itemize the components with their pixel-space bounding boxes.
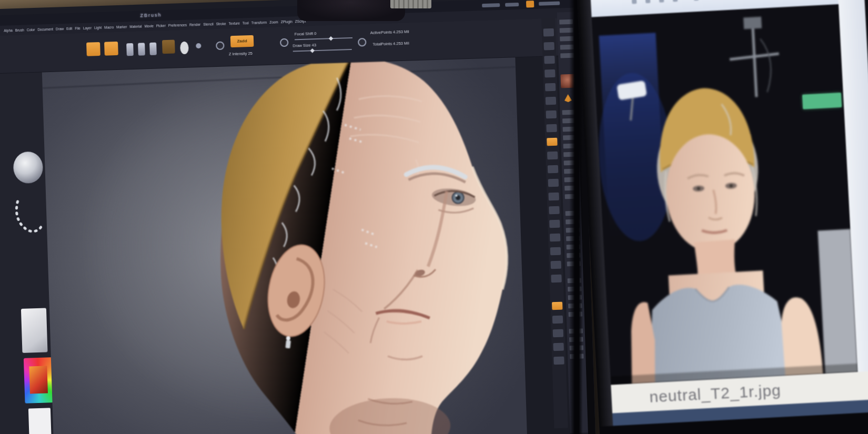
webcam-clamp [390,0,431,8]
shelf-button[interactable] [553,329,563,338]
shelf-button[interactable] [548,179,559,187]
right-monitor-reference: neutral_T2_1r.jpg [577,0,868,434]
shelf-button[interactable] [549,206,559,215]
points-counter-icon [358,38,366,46]
draw-size-slider-knob[interactable] [310,48,315,53]
scale-tool-icon[interactable] [149,43,157,55]
color-picker[interactable] [24,357,54,403]
shelf-button[interactable] [546,110,557,119]
alpha-thumbnail[interactable] [21,308,48,352]
draw-size-slider-label[interactable]: Draw Size 43 [292,43,316,48]
rotate-tool-button[interactable] [162,40,175,54]
titlebar-fragment [505,3,519,7]
shelf-button[interactable] [553,357,564,365]
shelf-button[interactable] [548,165,558,174]
total-points-counter: TotalPoints 4.253 Mil [372,41,409,47]
shelf-button[interactable] [548,193,559,201]
toolbar-button-icon[interactable] [645,0,650,3]
menu-item-preferences[interactable]: Preferences [168,23,187,27]
menu-item-material[interactable]: Material [129,24,142,28]
sculpt-head-elderly-woman [42,57,528,434]
lightbox-button[interactable] [86,42,100,56]
menu-item-light[interactable]: Light [94,26,102,29]
titlebar-orange-button[interactable] [526,1,534,7]
zbrush-title: ZBrush [140,12,162,18]
shelf-button[interactable] [553,343,563,351]
edit-mode-button[interactable] [104,42,118,56]
rgb-button[interactable] [196,43,201,48]
stroke-curve-icon[interactable] [12,197,45,237]
menu-item-tool[interactable]: Tool [243,21,249,25]
focal-shift-slider[interactable] [295,37,352,40]
z-intensity-slider-label[interactable]: Z Intensity 25 [229,51,253,56]
webcam [297,0,405,21]
draw-size-slider[interactable] [293,49,352,52]
shelf-button[interactable] [544,56,554,64]
shelf-button[interactable] [544,69,555,78]
current-color-swatch[interactable] [28,408,52,434]
shelf-button[interactable] [549,220,560,228]
toolbar-button-icon[interactable] [694,0,699,1]
shelf-button[interactable] [547,152,558,160]
menu-item-texture[interactable]: Texture [228,22,240,26]
menu-item-render[interactable]: Render [189,23,201,27]
focal-shift-knob-icon[interactable] [280,38,288,47]
toolbar-button-icon[interactable] [673,0,678,2]
menu-item-brush[interactable]: Brush [15,28,24,33]
shelf-button[interactable] [546,124,557,133]
menu-item-marker[interactable]: Marker [116,25,127,29]
shelf-button[interactable] [550,234,560,242]
menu-item-draw[interactable]: Draw [56,27,64,31]
menu-item-layer[interactable]: Layer [83,26,92,30]
menu-item-edit[interactable]: Edit [66,27,72,31]
shelf-button-active[interactable] [547,138,557,146]
brush-preview-sphere[interactable] [13,152,44,184]
menu-item-alpha[interactable]: Alpha [4,28,13,33]
shelf-button[interactable] [545,83,556,92]
menu-item-zoom[interactable]: Zoom [269,20,278,24]
shelf-button[interactable] [550,247,561,256]
menu-item-stencil[interactable]: Stencil [203,22,214,26]
left-monitor-zbrush: ZBrush Alpha Brush Color Document Draw E… [0,0,596,434]
menu-item-stroke[interactable]: Stroke [216,22,226,26]
filename-text: neutral_T2_1r.jpg [649,381,782,406]
reference-photo [592,4,858,385]
menu-item-macro[interactable]: Macro [104,25,114,29]
zintensity-knob-icon[interactable] [216,42,224,50]
move-tool-icon[interactable] [138,43,145,55]
color-picker-core[interactable] [29,366,48,393]
menu-item-transform[interactable]: Transform [251,21,267,25]
reference-photo-woman [592,4,858,385]
shelf-button[interactable] [543,42,554,51]
menu-item-file[interactable]: File [75,26,80,30]
toolbar-button-icon[interactable] [632,0,637,4]
titlebar-fragment [539,2,560,6]
shelf-button[interactable] [552,316,563,324]
menu-item-movie[interactable]: Movie [144,24,154,28]
workstation-scene: ZBrush Alpha Brush Color Document Draw E… [0,0,868,434]
draw-tool-icon[interactable] [126,43,134,56]
menu-item-color[interactable]: Color [27,28,35,32]
menu-item-picker[interactable]: Picker [156,24,166,28]
shelf-button-active[interactable] [552,302,562,310]
titlebar-fragment [482,3,500,7]
menu-item-document[interactable]: Document [37,27,53,32]
menu-item-zplugin[interactable]: ZPlugin [281,19,292,24]
shelf-button[interactable] [551,275,561,283]
sculpt-viewport[interactable] [42,57,528,434]
shelf-button[interactable] [551,261,561,269]
active-points-counter: ActivePoints 4.253 Mil [370,29,409,35]
toolbar-button-icon[interactable] [659,0,664,3]
focal-shift-slider-label[interactable]: Focal Shift 0 [295,31,317,36]
status-badge [802,93,842,109]
focal-shift-slider-knob[interactable] [329,36,333,41]
shelf-button[interactable] [543,28,554,37]
mrgb-button[interactable] [180,42,189,54]
shelf-button[interactable] [546,97,556,105]
zadd-button[interactable]: Zadd [230,35,254,47]
